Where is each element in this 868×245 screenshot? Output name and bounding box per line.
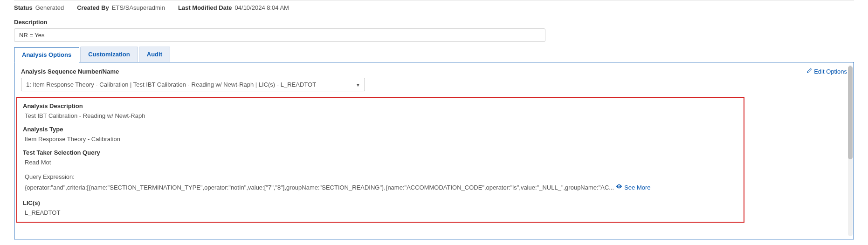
test-taker-query-value: Read Mot <box>23 159 738 166</box>
analysis-type-value: Item Response Theory - Calibration <box>23 136 738 143</box>
status-label: Status <box>14 4 33 11</box>
meta-row: Status Generated Created By ETS/SAsupera… <box>14 2 854 15</box>
analysis-type-label: Analysis Type <box>23 126 738 133</box>
query-expression-value: {operator:"and",criteria:[{name:"SECTION… <box>25 183 614 193</box>
status-item: Status Generated <box>14 4 64 11</box>
description-label: Description <box>14 19 854 26</box>
tab-customization[interactable]: Customization <box>80 47 138 62</box>
eye-icon <box>616 183 622 193</box>
lics-value: L_READTOT <box>23 209 738 216</box>
created-by-item: Created By ETS/SAsuperadmin <box>77 4 165 11</box>
test-taker-query-label: Test Taker Selection Query <box>23 149 738 156</box>
analysis-details-highlight: Analysis Description Test IBT Calibratio… <box>16 97 744 223</box>
edit-options-link[interactable]: Edit Options <box>806 68 847 75</box>
analysis-description-value: Test IBT Calibration - Reading w/ Newt-R… <box>23 112 738 119</box>
test-taker-query-block: Test Taker Selection Query Read Mot Quer… <box>23 149 738 193</box>
edit-icon <box>806 68 812 75</box>
lics-block: LIC(s) L_READTOT <box>23 199 738 216</box>
analysis-description-block: Analysis Description Test IBT Calibratio… <box>23 102 738 119</box>
sequence-label: Analysis Sequence Number/Name <box>21 68 119 75</box>
see-more-label: See More <box>624 183 650 193</box>
tabs: Analysis Options Customization Audit <box>14 47 854 62</box>
created-by-label: Created By <box>77 4 109 11</box>
created-by-value: ETS/SAsuperadmin <box>112 4 165 11</box>
description-input[interactable] <box>14 28 545 42</box>
analysis-options-panel: Analysis Sequence Number/Name Edit Optio… <box>14 62 854 239</box>
status-value: Generated <box>35 4 64 11</box>
edit-options-label: Edit Options <box>814 68 847 75</box>
analysis-type-block: Analysis Type Item Response Theory - Cal… <box>23 126 738 143</box>
last-modified-label: Last Modified Date <box>178 4 232 11</box>
last-modified-item: Last Modified Date 04/10/2024 8:04 AM <box>178 4 289 11</box>
panel-scrollbar[interactable] <box>848 65 853 236</box>
tab-audit[interactable]: Audit <box>139 47 170 62</box>
tab-analysis-options[interactable]: Analysis Options <box>14 47 79 62</box>
sequence-select[interactable]: 1: Item Response Theory - Calibration | … <box>21 78 365 91</box>
last-modified-value: 04/10/2024 8:04 AM <box>235 4 289 11</box>
sequence-select-value: 1: Item Response Theory - Calibration | … <box>21 78 365 91</box>
query-expression-label: Query Expression: <box>25 172 75 182</box>
lics-label: LIC(s) <box>23 199 738 206</box>
analysis-description-label: Analysis Description <box>23 102 738 109</box>
see-more-link[interactable]: See More <box>616 183 650 193</box>
scrollbar-thumb[interactable] <box>848 66 853 159</box>
